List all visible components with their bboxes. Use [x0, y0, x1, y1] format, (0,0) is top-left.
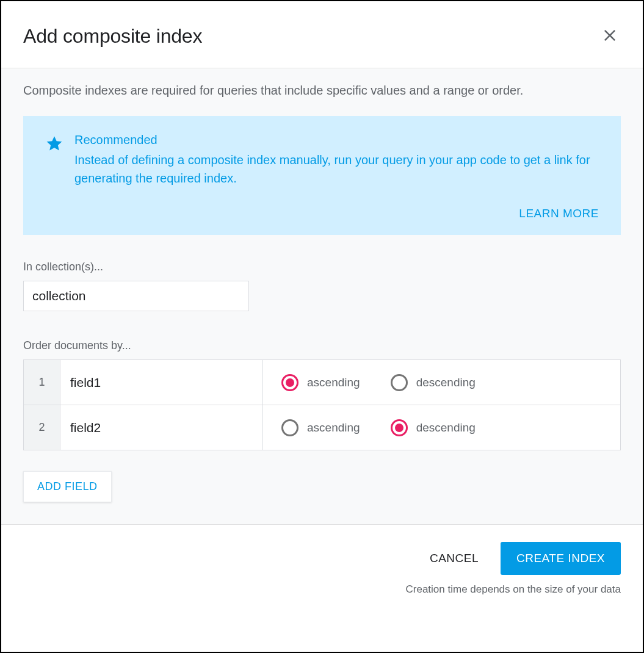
- radio-group: ascending descending: [281, 374, 602, 391]
- direction-cell: ascending descending: [263, 405, 621, 450]
- recommendation-description: Instead of defining a composite index ma…: [74, 151, 599, 187]
- recommendation-heading: Recommended: [74, 133, 599, 147]
- create-index-button[interactable]: CREATE INDEX: [501, 542, 621, 575]
- dialog-body: Composite indexes are required for queri…: [1, 68, 643, 524]
- field-row: 2 ascending descending: [24, 405, 621, 450]
- ascending-radio[interactable]: ascending: [281, 419, 360, 436]
- radio-icon: [391, 374, 408, 391]
- radio-icon: [391, 419, 408, 436]
- field-name-input[interactable]: [60, 362, 262, 403]
- field-name-cell: [60, 405, 263, 450]
- dialog-footer: CANCEL CREATE INDEX Creation time depend…: [1, 524, 643, 609]
- order-section: Order documents by... 1 ascending: [23, 339, 621, 502]
- order-label: Order documents by...: [23, 339, 621, 352]
- recommendation-actions: LEARN MORE: [45, 207, 599, 220]
- field-name-input[interactable]: [60, 407, 262, 449]
- direction-cell: ascending descending: [263, 360, 621, 405]
- descending-radio[interactable]: descending: [391, 374, 476, 391]
- field-row: 1 ascending descending: [24, 360, 621, 405]
- descending-radio[interactable]: descending: [391, 419, 476, 436]
- row-number: 2: [24, 405, 60, 450]
- radio-label: ascending: [307, 376, 360, 389]
- row-number: 1: [24, 360, 60, 405]
- recommendation-content: Recommended Instead of defining a compos…: [45, 133, 599, 187]
- learn-more-button[interactable]: LEARN MORE: [519, 207, 599, 220]
- recommendation-box: Recommended Instead of defining a compos…: [23, 116, 621, 235]
- close-icon: [601, 37, 618, 46]
- footer-actions: CANCEL CREATE INDEX: [23, 542, 621, 575]
- cancel-button[interactable]: CANCEL: [425, 544, 483, 572]
- collection-input[interactable]: [23, 281, 249, 311]
- ascending-radio[interactable]: ascending: [281, 374, 360, 391]
- collection-label: In collection(s)...: [23, 261, 621, 273]
- collection-section: In collection(s)...: [23, 261, 621, 311]
- radio-label: descending: [416, 421, 476, 435]
- radio-group: ascending descending: [281, 419, 602, 436]
- radio-icon: [281, 419, 298, 436]
- star-icon: [45, 134, 63, 187]
- dialog-title: Add composite index: [23, 25, 202, 48]
- field-name-cell: [60, 360, 263, 405]
- radio-icon: [281, 374, 298, 391]
- radio-label: ascending: [307, 421, 360, 435]
- description-text: Composite indexes are required for queri…: [23, 82, 621, 99]
- close-button[interactable]: [599, 24, 621, 48]
- fields-table: 1 ascending descending: [23, 359, 621, 450]
- footer-note: Creation time depends on the size of you…: [23, 583, 621, 596]
- radio-label: descending: [416, 376, 476, 389]
- recommendation-text: Recommended Instead of defining a compos…: [74, 133, 599, 187]
- dialog-header: Add composite index: [1, 1, 643, 68]
- add-field-button[interactable]: ADD FIELD: [23, 471, 112, 502]
